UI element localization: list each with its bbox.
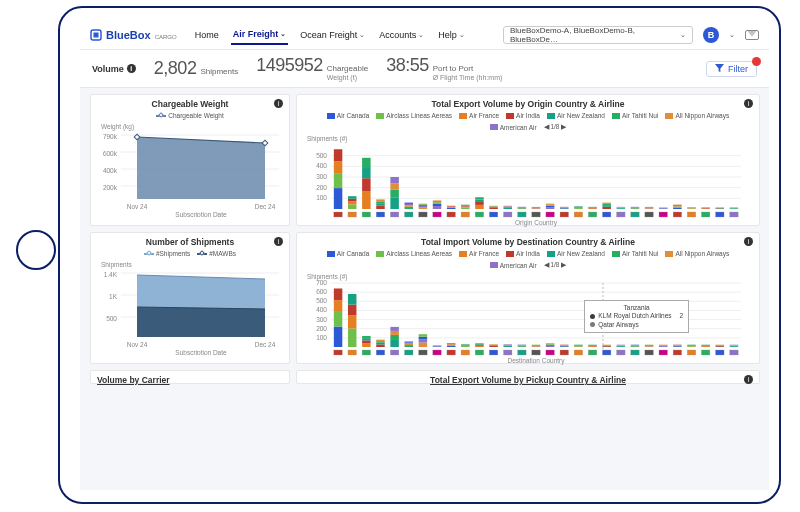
svg-text:100: 100	[316, 334, 327, 341]
legend-item[interactable]: American Air	[490, 262, 537, 269]
svg-rect-39	[362, 168, 370, 178]
svg-rect-1	[94, 32, 99, 37]
svg-text:200: 200	[316, 184, 327, 191]
tooltip-row: Qatar Airways	[590, 321, 683, 329]
svg-rect-102	[546, 207, 554, 209]
legend-item[interactable]: All Nippon Airways	[665, 250, 729, 257]
svg-rect-304	[631, 346, 639, 347]
svg-rect-287	[574, 350, 582, 355]
account-selector[interactable]: BlueBoxDemo-A, BlueBoxDemo-B, BlueBoxDe……	[503, 26, 693, 44]
svg-rect-207	[348, 350, 356, 355]
svg-rect-126	[602, 212, 610, 217]
svg-rect-262	[503, 350, 511, 355]
info-icon[interactable]: i	[127, 64, 136, 73]
svg-rect-223	[405, 345, 413, 347]
legend-item[interactable]: Air India	[506, 112, 540, 119]
legend-item[interactable]: All Nippon Airways	[665, 112, 729, 119]
legend-item[interactable]: Air New Zealand	[547, 250, 605, 257]
svg-rect-215	[376, 341, 384, 342]
svg-rect-83	[489, 207, 497, 208]
legend-item[interactable]: Air India	[506, 250, 540, 257]
svg-rect-133	[631, 208, 639, 209]
nav-accounts[interactable]: Accounts⌄	[377, 25, 426, 45]
svg-rect-261	[503, 344, 511, 345]
svg-rect-136	[631, 212, 639, 217]
legend-item[interactable]: Air Canada	[327, 112, 370, 119]
svg-rect-328	[701, 346, 709, 347]
svg-rect-74	[461, 206, 469, 207]
svg-rect-142	[659, 208, 667, 209]
primary-nav: Home Air Freight⌄ Ocean Freight⌄ Account…	[193, 25, 467, 45]
svg-rect-264	[518, 346, 526, 347]
svg-text:400: 400	[316, 162, 327, 169]
svg-rect-131	[617, 212, 625, 217]
svg-rect-38	[362, 178, 370, 191]
svg-rect-72	[461, 208, 469, 209]
legend-item[interactable]: Air New Zealand	[547, 112, 605, 119]
legend-item[interactable]: Air France	[459, 112, 499, 119]
airline-legend: Air CanadaAirclass Lineas AereasAir Fran…	[303, 250, 753, 269]
nav-air-freight[interactable]: Air Freight⌄	[231, 25, 289, 45]
svg-rect-75	[461, 205, 469, 206]
svg-rect-118	[588, 208, 596, 209]
mail-icon[interactable]	[745, 30, 759, 40]
brand-logo[interactable]: BlueBox CARGO	[90, 29, 177, 41]
svg-rect-60	[419, 204, 427, 205]
info-icon[interactable]: i	[744, 375, 753, 384]
svg-rect-40	[362, 158, 370, 168]
svg-rect-244	[461, 345, 469, 346]
svg-rect-232	[419, 350, 427, 355]
svg-rect-97	[532, 208, 540, 209]
info-icon[interactable]: i	[274, 237, 283, 246]
svg-rect-248	[475, 346, 483, 347]
nav-ocean-freight[interactable]: Ocean Freight⌄	[298, 25, 367, 45]
chart-chargeable-weight: Weight (kg) 790k600k400k200k Nov 24 Dec …	[97, 121, 285, 217]
nav-home[interactable]: Home	[193, 25, 221, 45]
svg-rect-247	[461, 350, 469, 355]
svg-rect-242	[447, 350, 455, 355]
svg-rect-89	[503, 206, 511, 207]
svg-rect-156	[687, 212, 695, 217]
avatar-menu-chevron-icon[interactable]: ⌄	[729, 31, 735, 39]
svg-rect-57	[419, 207, 427, 209]
info-icon[interactable]: i	[274, 99, 283, 108]
svg-rect-255	[489, 345, 497, 346]
legend-item[interactable]: American Air	[490, 124, 537, 131]
legend-item[interactable]: Air Canada	[327, 250, 370, 257]
svg-rect-147	[673, 208, 681, 209]
legend-item[interactable]: Air France	[459, 250, 499, 257]
svg-text:Weight (kg): Weight (kg)	[101, 123, 134, 131]
svg-rect-93	[518, 208, 526, 209]
svg-rect-56	[405, 212, 413, 217]
svg-rect-279	[560, 346, 568, 347]
svg-rect-299	[617, 346, 625, 347]
legend-item[interactable]: Air Tahiti Nui	[612, 112, 658, 119]
svg-rect-289	[588, 346, 596, 347]
info-icon[interactable]: i	[744, 237, 753, 246]
svg-rect-268	[532, 346, 540, 347]
svg-rect-231	[419, 334, 427, 337]
svg-rect-125	[602, 203, 610, 204]
info-icon[interactable]: i	[744, 99, 753, 108]
legend-pager[interactable]: ◀ 1/8 ▶	[544, 261, 567, 269]
svg-rect-342	[730, 350, 738, 355]
nav-help[interactable]: Help⌄	[436, 25, 467, 45]
svg-text:Dec 24: Dec 24	[255, 203, 276, 210]
svg-rect-150	[673, 205, 681, 206]
svg-rect-43	[376, 203, 384, 205]
legend-item[interactable]: Airclass Lineas Aereas	[376, 112, 452, 119]
kpi-shipments: 2,802 Shipments	[154, 58, 238, 79]
svg-rect-49	[390, 183, 398, 189]
avatar[interactable]: B	[703, 27, 719, 43]
filter-button[interactable]: Filter	[706, 61, 757, 77]
svg-text:Origin Country: Origin Country	[515, 219, 558, 227]
legend-item[interactable]: Air Tahiti Nui	[612, 250, 658, 257]
legend-item[interactable]: Airclass Lineas Aereas	[376, 250, 452, 257]
svg-rect-277	[546, 350, 554, 355]
tablet-home-button[interactable]	[16, 230, 56, 270]
legend-pager[interactable]: ◀ 1/8 ▶	[544, 123, 567, 131]
brand-name: BlueBox	[106, 29, 151, 41]
svg-rect-276	[546, 343, 554, 344]
svg-rect-71	[447, 212, 455, 217]
svg-text:1.4K: 1.4K	[104, 271, 118, 278]
